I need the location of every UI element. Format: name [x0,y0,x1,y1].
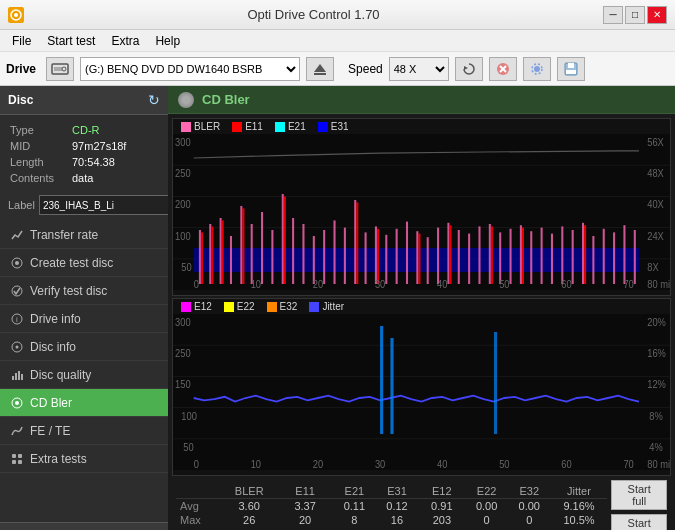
svg-text:i: i [16,315,18,324]
svg-rect-93 [211,226,213,284]
svg-text:200: 200 [175,199,191,211]
svg-rect-102 [522,228,524,284]
svg-text:10: 10 [251,458,262,470]
sidebar-item-disc-quality[interactable]: Disc quality [0,361,168,389]
disc-refresh-icon[interactable]: ↻ [148,92,160,108]
svg-rect-99 [418,234,420,284]
sidebar-label-cd-bler: CD Bler [30,396,72,410]
sidebar-item-extra-tests[interactable]: Extra tests [0,445,168,473]
sidebar: Disc ↻ Type CD-R MID 97m27s18f Length 70… [0,86,168,530]
sidebar-item-verify-test-disc[interactable]: Verify test disc [0,277,168,305]
drive-label: Drive [6,62,36,76]
erase-button[interactable] [489,57,517,81]
type-label: Type [10,123,70,137]
total-e11: 14355 [277,527,333,531]
svg-text:24X: 24X [647,230,664,242]
svg-rect-98 [377,229,379,284]
svg-rect-30 [18,454,22,458]
sidebar-item-disc-info[interactable]: Disc info [0,333,168,361]
main-area: Disc ↻ Type CD-R MID 97m27s18f Length 70… [0,86,675,530]
sidebar-item-drive-info[interactable]: i Drive info [0,305,168,333]
disc-header-title: Disc [8,93,33,107]
svg-rect-66 [375,226,377,284]
jitter-label: Jitter [322,301,344,312]
svg-point-22 [16,345,19,348]
sidebar-item-transfer-rate[interactable]: Transfer rate [0,221,168,249]
disc-info-icon [10,340,24,354]
cd-bler-icon [10,396,24,410]
sidebar-item-create-test-disc[interactable]: Create test disc [0,249,168,277]
svg-text:0: 0 [194,278,200,290]
avg-bler: 3.60 [221,498,277,513]
svg-text:40: 40 [437,278,448,290]
menu-file[interactable]: File [4,32,39,50]
svg-rect-61 [323,230,325,284]
avg-e11: 3.37 [277,498,333,513]
svg-rect-91 [634,230,636,284]
settings-button[interactable] [523,57,551,81]
max-e21: 8 [333,513,376,527]
label-label: Label [8,199,35,211]
speed-select[interactable]: 48 X [389,57,449,81]
total-e31: 513 [376,527,419,531]
stats-table: BLER E11 E21 E31 E12 E22 E32 Jitter [176,484,607,531]
start-part-button[interactable]: Start part [611,514,667,530]
svg-rect-31 [12,460,16,464]
svg-point-17 [15,261,19,265]
mid-value: 97m27s18f [72,139,158,153]
col-header-jitter: Jitter [551,484,608,499]
save-button[interactable] [557,57,585,81]
svg-text:100: 100 [175,230,191,242]
svg-rect-92 [201,232,203,284]
sidebar-item-fe-te[interactable]: FE / TE [0,417,168,445]
svg-text:70: 70 [623,278,634,290]
drive-icon-btn[interactable] [46,57,74,81]
svg-rect-64 [354,200,356,284]
table-row: Total 15315 14355 447 513 3864 0 0 [176,527,607,531]
svg-rect-75 [468,234,470,284]
total-e32: 0 [508,527,551,531]
chart2-legend: E12 E22 E32 Jitter [173,299,670,314]
svg-point-1 [14,13,18,17]
table-row: Avg 3.60 3.37 0.11 0.12 0.91 0.00 0.00 9… [176,498,607,513]
svg-text:20%: 20% [647,316,666,328]
svg-point-11 [534,66,540,72]
status-window-button[interactable]: Status window >> [0,522,168,530]
sidebar-item-cd-bler[interactable]: CD Bler [0,389,168,417]
eject-button[interactable] [306,57,334,81]
disc-label-input[interactable] [39,195,174,215]
window-title: Opti Drive Control 1.70 [24,7,603,22]
svg-rect-74 [458,230,460,284]
svg-text:20: 20 [313,458,324,470]
restore-button[interactable]: □ [625,6,645,24]
close-button[interactable]: ✕ [647,6,667,24]
svg-rect-53 [240,206,242,284]
svg-rect-113 [173,314,670,470]
length-value: 70:54.38 [72,155,158,169]
sidebar-label-extra-tests: Extra tests [30,452,87,466]
refresh-button[interactable] [455,57,483,81]
svg-rect-84 [561,226,563,284]
cd-bler-header: CD Bler [168,86,675,114]
svg-rect-65 [365,232,367,284]
svg-point-28 [15,401,19,405]
minimize-button[interactable]: ─ [603,6,623,24]
stats-area: BLER E11 E21 E31 E12 E22 E32 Jitter [172,478,671,530]
menu-help[interactable]: Help [147,32,188,50]
svg-text:50: 50 [181,261,192,273]
svg-rect-23 [12,376,14,380]
svg-text:300: 300 [175,136,191,148]
start-full-button[interactable]: Start full [611,480,667,510]
menu-start-test[interactable]: Start test [39,32,103,50]
svg-text:30: 30 [375,278,386,290]
svg-rect-97 [356,202,358,284]
svg-rect-101 [491,226,493,284]
chart1-legend: BLER E11 E21 E31 [173,119,670,134]
svg-rect-50 [209,224,211,284]
svg-text:8X: 8X [647,261,659,273]
disc-section-header: Disc ↻ [0,86,168,115]
drive-info-icon: i [10,312,24,326]
menu-extra[interactable]: Extra [103,32,147,50]
drive-select[interactable]: (G:) BENQ DVD DD DW1640 BSRB [80,57,300,81]
e11-color [232,122,242,132]
